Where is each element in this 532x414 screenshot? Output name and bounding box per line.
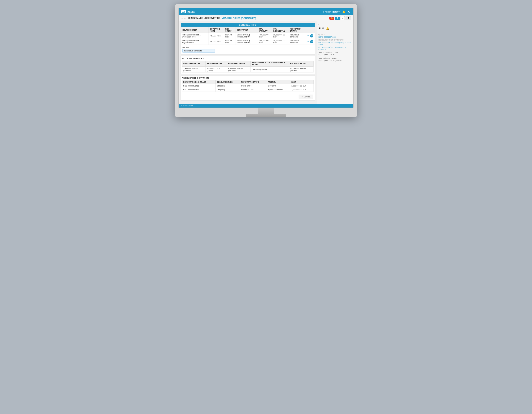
contract-1: REC-0000041/2022: [182, 84, 216, 88]
notification-icon[interactable]: 🔔: [342, 10, 346, 13]
col-constraint: CONSTRAINT: [235, 27, 258, 33]
decision-section: Decision: [181, 45, 315, 54]
right-sidebar: ‹ ☰ ☑ 🔔 Quote RSAS-0000120/2022 REINSURA…: [317, 21, 353, 104]
obligation-2: Obligatory: [216, 88, 240, 92]
col-risk-group: RISK GROUP: [224, 27, 235, 33]
col-reinsured: REINSURED SHARE: [227, 61, 251, 67]
excess-allocation-val: 0.00 EUR (0.00%): [251, 67, 289, 73]
bell-icon[interactable]: 🔔: [326, 27, 329, 30]
constraint-2: Excess of MRL ( 400,000.00 EUR ): [235, 39, 258, 45]
breadcrumb-bar: ›› ← REINSURANCE UNDERWRITING MRA-000007…: [179, 15, 353, 21]
col-sum-insured: SUM INSURED/PML: [272, 27, 289, 33]
sum-insured-1: 15,000,000.00 EUR: [272, 33, 289, 39]
allocation-details-subsection: ALLOCATION DETAILS COINSURED SHARE RETAI…: [181, 56, 315, 74]
general-info-table: INSURED OBJECT COVERAGE NAME RISK GROUP …: [181, 27, 315, 45]
table-row: 1,900,000.00 EUR (10.00%) 400,000.00 EUR…: [182, 67, 314, 73]
sidebar-total-reinsured-value: 13,200,000.00 EUR (38.82%): [318, 60, 352, 62]
reinsurance-contracts-table: REINSURANCE CONTRACT OBLIGATION TYPE REI…: [182, 80, 314, 92]
col-excess-mrl: EXCESS OVER MRL: [289, 61, 314, 67]
allocation-status-1: Facultative candidate: [289, 33, 306, 39]
allocation-details-title: ALLOCATION DETAILS: [182, 58, 314, 59]
settings-icon[interactable]: ⚙: [348, 10, 351, 13]
left-panel: GENERAL INFO INSURED OBJECT COVERAGE NAM…: [179, 21, 317, 104]
priority-1: 0.00 EUR: [266, 84, 290, 88]
priority-2: 1,000,000.00 EUR: [266, 88, 290, 92]
breadcrumb-record-id[interactable]: MRA-0000071/2022: [222, 17, 240, 19]
user-greeting[interactable]: Hi, Administrator ▾: [322, 10, 340, 13]
sidebar-quote-link[interactable]: RSAS-0000120/2022: [318, 36, 352, 38]
risk-group-2: RSA-All-Risk: [224, 39, 235, 45]
nav-arrows[interactable]: ››: [181, 17, 183, 19]
close-button[interactable]: ✕ CLOSE: [299, 95, 313, 99]
reinsurance-contracts-subsection: REINSURANCE CONTRACTS REINSURANCE CONTRA…: [181, 76, 315, 93]
col-obligation: OBLIGATION TYPE: [216, 80, 240, 84]
check-icon[interactable]: ☑: [322, 27, 324, 30]
sidebar-toggle[interactable]: ‹: [318, 23, 352, 26]
decision-input[interactable]: [182, 49, 215, 53]
excess-mrl-val: 10,100,000.00 EUR (53.16%): [289, 67, 314, 73]
button-area: ✕ CLOSE: [181, 93, 315, 100]
sidebar-icon-bar: ☰ ☑ 🔔: [318, 27, 352, 31]
main-content: GENERAL INFO INSURED OBJECT COVERAGE NAM…: [179, 21, 353, 104]
table-row: RollingStockAllRisk-EL: EV15(36D54F56) R…: [181, 33, 315, 39]
menu-icon[interactable]: ☰: [318, 27, 321, 30]
r-button[interactable]: R: [335, 17, 340, 20]
edit-icon-2[interactable]: ✏: [307, 40, 309, 43]
col-limit: LIMIT: [290, 80, 314, 84]
contract-2: REC-0000042/2022: [182, 88, 216, 92]
logo-insure: Insure: [187, 10, 195, 13]
col-contract: REINSURANCE CONTRACT: [182, 80, 216, 84]
col-insured-object: INSURED OBJECT: [181, 27, 209, 33]
mrl-1: 400,000.00 EUR: [258, 33, 272, 39]
stand-base: [246, 114, 286, 117]
refresh-button[interactable]: ↺: [346, 16, 351, 20]
sidebar-contract2-link[interactable]: REC-0000042/2022 - Obligatory - Excess o…: [318, 46, 352, 50]
sidebar-contract1-link[interactable]: REC-0000041/2022 - Obligatory - Quota Sh…: [318, 41, 352, 46]
obligation-1: Obligatory: [216, 84, 240, 88]
decision-label: Decision: [182, 46, 313, 48]
view-icon-2[interactable]: 👁: [310, 40, 313, 43]
stand-neck: [258, 108, 274, 114]
row-actions-1: ✏ 👁: [306, 33, 314, 39]
breadcrumb-section: REINSURANCE UNDERWRITING: [188, 17, 220, 19]
dropdown-button[interactable]: ▾: [341, 16, 345, 20]
breadcrumb-actions: 🔒 R ▾ ↺: [329, 16, 351, 20]
general-info-section: GENERAL INFO INSURED OBJECT COVERAGE NAM…: [180, 23, 315, 55]
table-row: REC-0000041/2022 Obligatory Quota Share …: [182, 84, 314, 88]
coinsured-share-val: 1,900,000.00 EUR (10.00%): [182, 67, 206, 73]
constraint-1: Excess of MRL ( 400,000.00 EUR ): [235, 33, 258, 39]
row-actions-2: ✏ 👁: [306, 39, 314, 45]
col-allocation-status: ALLOCATION STATUS: [289, 27, 306, 33]
allocation-status-2: Facultative candidate: [289, 39, 306, 45]
coverage-name-2: RSA-All-Risk: [209, 39, 224, 45]
sidebar-quote-label: Quote: [318, 33, 352, 35]
general-info-header: GENERAL INFO: [181, 23, 315, 27]
col-coinsured: COINSURED SHARE: [182, 61, 206, 67]
limit-2: 7,000,000.00 EUR: [290, 88, 314, 92]
col-priority: PRIORITY: [266, 80, 290, 84]
col-retained: RETAINED SHARE: [206, 61, 227, 67]
coverage-name-1: RSA-All-Risk: [209, 33, 224, 39]
x-icon: ✕: [301, 96, 303, 98]
logo-area: Ad Insure: [181, 10, 195, 13]
allocation-details-table: COINSURED SHARE RETAINED SHARE REINSURED…: [182, 61, 314, 73]
col-actions: [306, 27, 314, 33]
sidebar-total-sum-label: Total Sum Insured / PML: [318, 51, 352, 53]
allocation-details-section: ALLOCATION DETAILS COINSURED SHARE RETAI…: [180, 56, 315, 74]
view-icon-1[interactable]: 👁: [310, 34, 313, 38]
lock-button[interactable]: 🔒: [329, 17, 334, 20]
back-arrow[interactable]: ←: [184, 17, 186, 20]
col-coverage-name: COVERAGE NAME: [209, 27, 224, 33]
table-row: RollingStockAllRisk-EL: T1(VIN123456) RS…: [181, 39, 315, 45]
footer-text: © 2022 Adacta: [181, 105, 193, 107]
top-nav: Ad Insure Hi, Administrator ▾ 🔔 ⚙: [179, 8, 353, 15]
reins-type-2: Excess of Loss: [240, 88, 267, 92]
sum-insured-2: 19,000,000.00 EUR: [272, 39, 289, 45]
col-excess-allocation: EXCESS OVER ALLOCATION COVERED BY MRL: [251, 61, 289, 67]
footer: © 2022 Adacta: [179, 104, 353, 107]
reinsured-share-val: 6,600,000.00 EUR (34.74%): [227, 67, 251, 73]
retained-share-val: 400,000.00 EUR (2.11%): [206, 67, 227, 73]
insured-object-2: RollingStockAllRisk-EL: T1(VIN123456): [181, 39, 209, 45]
edit-icon-1[interactable]: ✏: [307, 34, 309, 38]
limit-1: 1,000,000.00 EUR: [290, 84, 314, 88]
